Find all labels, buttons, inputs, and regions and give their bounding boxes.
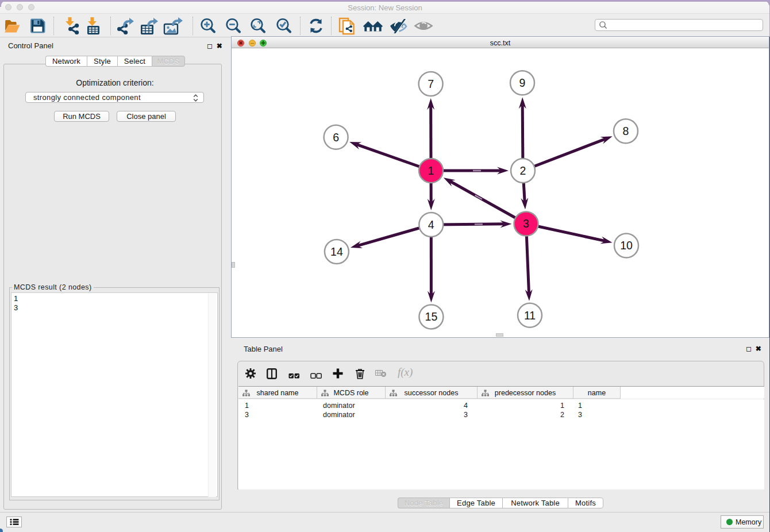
svg-text:15: 15 — [425, 310, 438, 323]
svg-text:4: 4 — [428, 218, 434, 231]
svg-text:11: 11 — [524, 309, 536, 322]
svg-text:10: 10 — [620, 239, 633, 252]
svg-text:8: 8 — [623, 125, 629, 137]
svg-text:1: 1 — [428, 164, 434, 177]
svg-text:6: 6 — [333, 131, 339, 144]
svg-text:9: 9 — [519, 76, 526, 89]
svg-text:3: 3 — [523, 217, 529, 230]
svg-text:14: 14 — [330, 245, 343, 258]
svg-text:7: 7 — [428, 78, 434, 90]
svg-text:2: 2 — [520, 164, 526, 177]
